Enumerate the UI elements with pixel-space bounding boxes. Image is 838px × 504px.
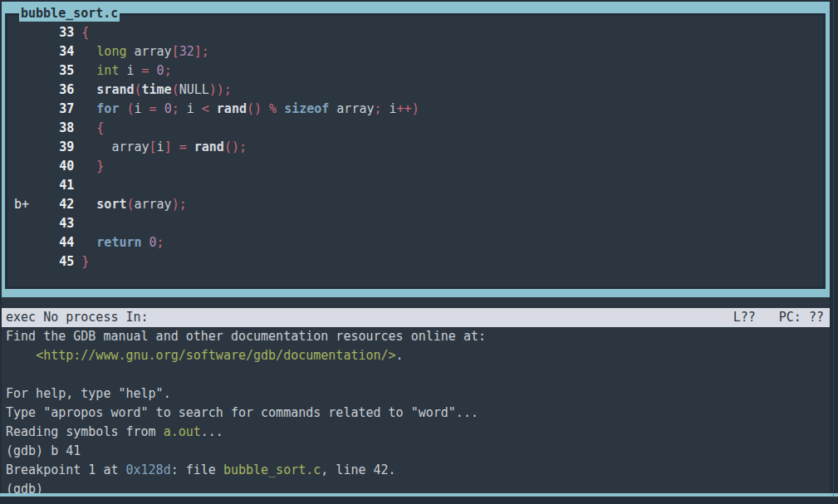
source-line: 38 {	[14, 119, 819, 138]
window-bottom-edge	[0, 493, 838, 497]
source-line: 33 {	[14, 23, 819, 42]
source-line: 40 }	[14, 157, 819, 176]
window-right-edge	[833, 0, 834, 497]
source-line: 44 return 0;	[14, 233, 819, 252]
console-line: Reading symbols from a.out...	[6, 423, 830, 442]
console-line: Breakpoint 1 at 0x128d: file bubble_sort…	[6, 461, 830, 480]
terminal: bubble_sort.c 33 { 34 long array[32]; 35…	[2, 2, 830, 493]
source-line: 36 srand(time(NULL));	[14, 81, 819, 100]
source-line: 34 long array[32];	[14, 42, 819, 61]
source-line: 41	[14, 176, 819, 195]
screen: { "colors": { "frame_teal": "#8cc2cf", "…	[0, 0, 838, 504]
status-bar: exec No process In: L?? PC: ??	[2, 308, 830, 327]
source-line: 45 }	[14, 252, 819, 272]
console-output[interactable]: Find the GDB manual and other documentat…	[2, 327, 830, 493]
source-line: 35 int i = 0;	[14, 61, 819, 81]
source-window-title: bubble_sort.c	[19, 5, 120, 22]
source-line: 43	[14, 214, 819, 233]
status-line-indicator: L??	[733, 308, 756, 327]
console-line: Find the GDB manual and other documentat…	[6, 327, 830, 346]
source-line: b+ 42 sort(array);	[14, 195, 819, 214]
status-process-info: exec No process In:	[6, 308, 149, 327]
console-line	[6, 365, 830, 384]
console-line: (gdb)	[6, 480, 830, 493]
source-line: 37 for (i = 0; i < rand() % sizeof array…	[14, 100, 819, 119]
status-right-group: L?? PC: ??	[733, 308, 824, 327]
console-line: (gdb) b 41	[6, 442, 830, 461]
console-line: <http://www.gnu.org/software/gdb/documen…	[6, 346, 830, 365]
console-line: Type "apropos word" to search for comman…	[6, 404, 830, 423]
source-window: bubble_sort.c 33 { 34 long array[32]; 35…	[2, 2, 830, 297]
source-line: 39 array[i] = rand();	[14, 138, 819, 157]
console-line: For help, type "help".	[6, 384, 830, 404]
source-lines: 33 { 34 long array[32]; 35 int i = 0; 36…	[14, 23, 819, 272]
source-pane: 33 { 34 long array[32]; 35 int i = 0; 36…	[5, 13, 826, 289]
status-pc-indicator: PC: ??	[779, 308, 824, 327]
